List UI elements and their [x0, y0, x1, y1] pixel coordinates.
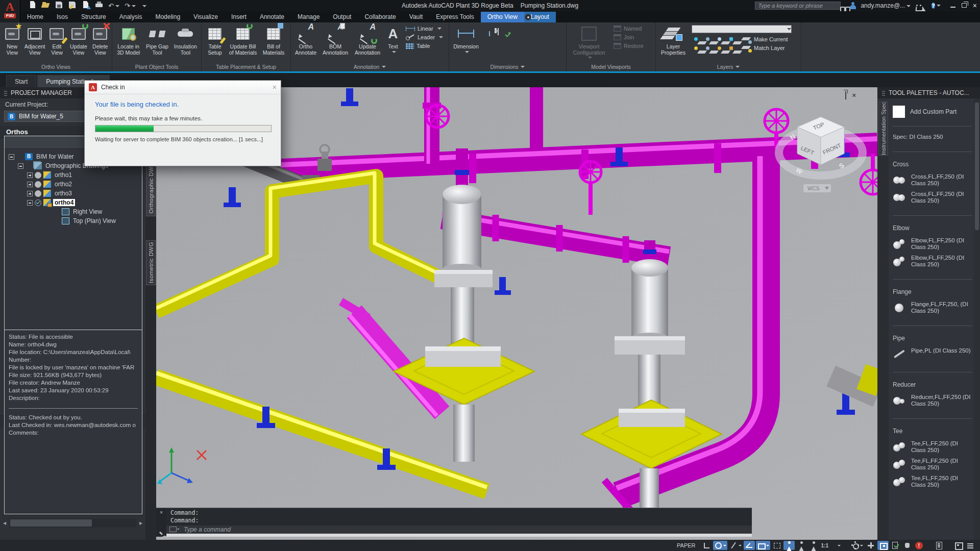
drawing-type-tab[interactable]: Orthographic DWG: [146, 159, 156, 216]
statusbar-toggle[interactable]: [933, 541, 944, 550]
dimension-button[interactable]: Dimension: [451, 24, 481, 55]
dialog-close-icon[interactable]: ×: [273, 83, 277, 91]
palette-row[interactable]: Tee,FL,FF,250 (DI Class 250): [893, 475, 972, 488]
tree-toggle-icon[interactable]: [27, 172, 33, 178]
palette-row[interactable]: Tee,FL,FF,250 (DI Class 250): [893, 440, 972, 454]
statusbar-toggle[interactable]: [701, 541, 712, 550]
palette-row[interactable]: Tee,FL,FF,250 (DI Class 250): [893, 458, 972, 471]
restore-viewports-button[interactable]: Restore: [612, 42, 645, 49]
bom-annotation-button[interactable]: A BOM Annotation: [320, 24, 351, 56]
match-layer-button[interactable]: Match Layer: [741, 44, 788, 52]
statusbar-toggle[interactable]: [744, 541, 755, 550]
search-input[interactable]: [755, 2, 841, 10]
adjacent-view-button[interactable]: Adjacent View: [23, 24, 46, 56]
panel-title[interactable]: Annotation: [291, 62, 449, 71]
panel-title[interactable]: Dimensions: [449, 62, 566, 71]
command-window-edge[interactable]: [166, 534, 752, 537]
ribbon-tab[interactable]: Visualize: [187, 12, 225, 22]
a360-button[interactable]: [920, 2, 927, 9]
tree-toggle-icon[interactable]: [9, 154, 14, 160]
palette-row[interactable]: Tee: [893, 418, 972, 435]
insulation-tool-button[interactable]: Insulation Tool: [172, 24, 200, 56]
viewport-configuration-button[interactable]: Viewport Configuration: [568, 24, 610, 60]
open-button[interactable]: [42, 1, 50, 10]
save-as-button[interactable]: [68, 1, 77, 10]
statusbar-toggle[interactable]: [808, 541, 819, 550]
ribbon-tab[interactable]: Analysis: [113, 12, 149, 22]
update-bom-button[interactable]: Update Bill of Materials: [227, 24, 259, 56]
command-input[interactable]: [184, 526, 749, 533]
statusbar-toggle[interactable]: [952, 541, 964, 550]
layer-on-button[interactable]: [692, 44, 703, 53]
panel-title[interactable]: Plant Object Tools: [112, 62, 201, 71]
statusbar-toggle[interactable]: 1:1: [820, 541, 842, 550]
wcs-selector[interactable]: WCS: [803, 184, 831, 192]
statusbar-toggle[interactable]: !: [914, 541, 932, 550]
ribbon-tab[interactable]: Annotate: [253, 12, 291, 22]
paper-space-label[interactable]: PAPER: [677, 542, 695, 548]
statusbar-toggle[interactable]: [902, 541, 913, 550]
named-viewports-button[interactable]: Named: [612, 25, 645, 32]
tool-palettes-header[interactable]: TOOL PALETTES - AUTOC...: [877, 87, 980, 98]
ribbon-tab[interactable]: Modeling: [149, 12, 187, 22]
palette-row[interactable]: Elbow,FL,FF,250 (DI Class 250): [893, 237, 972, 251]
update-view-button[interactable]: Update View: [67, 24, 89, 56]
palette-scrollbar[interactable]: [974, 98, 980, 540]
upload-button[interactable]: [82, 1, 90, 10]
close-button[interactable]: ×: [973, 2, 977, 10]
redo-button[interactable]: ↷: [125, 2, 136, 10]
ribbon-tab[interactable]: Express Tools: [429, 12, 480, 22]
make-current-button[interactable]: Make Current: [741, 36, 788, 43]
save-button[interactable]: [55, 1, 63, 10]
panel-title[interactable]: Layers: [656, 62, 801, 71]
tree-item[interactable]: ortho3: [5, 189, 142, 198]
ribbon-tab[interactable]: Vault: [403, 12, 429, 22]
tree-item[interactable]: Right View: [5, 207, 142, 216]
tree-item[interactable]: Top (Plan) View: [5, 216, 142, 226]
minimize-button[interactable]: [950, 2, 955, 9]
command-prompt-icon[interactable]: [169, 527, 177, 532]
statusbar-toggle[interactable]: [965, 541, 976, 550]
statusbar-toggle[interactable]: [783, 541, 795, 550]
new-button[interactable]: [29, 1, 37, 10]
join-viewports-button[interactable]: Join: [612, 34, 645, 41]
table-button[interactable]: Table: [405, 42, 444, 49]
ribbon-tab[interactable]: Insert: [225, 12, 253, 22]
tree-toggle-icon[interactable]: [27, 191, 33, 196]
plot-button[interactable]: [95, 1, 103, 10]
statusbar-toggle[interactable]: [865, 541, 876, 550]
undo-button[interactable]: ↶: [108, 2, 119, 10]
statusbar-toggle[interactable]: [890, 541, 901, 550]
statusbar-toggle[interactable]: [756, 541, 770, 550]
leader-button[interactable]: Leader: [405, 34, 444, 41]
signin-menu-button[interactable]: andy.manze@...: [861, 2, 911, 9]
pipe-gap-tool-button[interactable]: Pipe Gap Tool: [143, 24, 170, 56]
palette-row[interactable]: Pipe: [893, 325, 972, 342]
statusbar-toggle[interactable]: [796, 541, 807, 550]
palette-tab[interactable]: Instrumentation Spec: [878, 102, 888, 156]
tree-item[interactable]: ortho2: [5, 180, 142, 189]
ribbon-tab[interactable]: Ortho View: [481, 12, 524, 22]
text-button[interactable]: A Text: [384, 24, 402, 55]
ribbon-tab[interactable]: Manage: [291, 12, 326, 22]
new-view-button[interactable]: New View: [2, 24, 22, 56]
qat-customize-button[interactable]: [141, 2, 146, 9]
ribbon-tab[interactable]: Structure: [75, 12, 113, 22]
linear-dimension-button[interactable]: Linear: [405, 25, 444, 32]
statusbar-toggle[interactable]: [728, 541, 743, 550]
ribbon-tab[interactable]: Output: [326, 12, 358, 22]
ribbon-tab[interactable]: Home: [20, 12, 50, 22]
delete-view-button[interactable]: Delete View: [90, 24, 110, 56]
horizontal-scrollbar[interactable]: ◀ ▶: [0, 518, 145, 528]
tree-toggle-icon[interactable]: [18, 163, 23, 169]
ribbon-tab[interactable]: Isos: [50, 12, 75, 22]
dim-continue-button[interactable]: [493, 27, 499, 34]
locate-in-3d-model-button[interactable]: Locate in 3D Model: [114, 24, 143, 56]
layer-off-button[interactable]: [692, 35, 703, 44]
statusbar-toggle[interactable]: [713, 541, 727, 550]
help-button[interactable]: ?: [932, 2, 941, 10]
panel-title[interactable]: Ortho Views: [0, 62, 112, 71]
scroll-right-icon[interactable]: ▶: [136, 518, 145, 528]
statusbar-toggle[interactable]: [771, 541, 782, 550]
panel-grip-icon[interactable]: [4, 90, 7, 96]
